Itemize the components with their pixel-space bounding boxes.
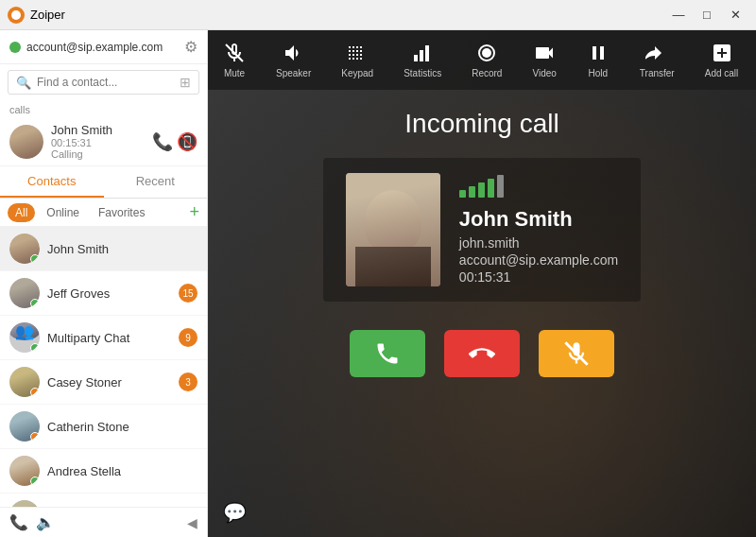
- filter-favorites[interactable]: Favorites: [91, 203, 152, 222]
- tool-mute-label: Mute: [224, 68, 245, 78]
- add-filter-icon[interactable]: +: [189, 202, 199, 222]
- contact-item[interactable]: Marco Minneman: [0, 494, 207, 507]
- incoming-title: Incoming call: [404, 109, 558, 139]
- tool-keypad[interactable]: Keypad: [326, 38, 388, 82]
- tool-record[interactable]: Record: [456, 38, 517, 82]
- search-bar: 🔍 ⊞: [8, 70, 199, 95]
- tool-video[interactable]: Video: [517, 38, 571, 82]
- main-layout: account@sip.example.com ⚙ 🔍 ⊞ calls John…: [0, 30, 756, 537]
- signal-bar-4: [488, 179, 494, 198]
- avatar: [9, 500, 40, 507]
- grid-icon[interactable]: ⊞: [180, 75, 191, 90]
- app-title: Zoiper: [30, 8, 65, 22]
- chat-icon[interactable]: 💬: [223, 501, 247, 524]
- call-content: Incoming call John Smith john.smith a: [208, 90, 756, 537]
- video-icon: [533, 42, 556, 64]
- speaker-icon: [283, 42, 305, 64]
- statistics-icon: [411, 42, 434, 64]
- caller-time: 00:15:31: [459, 269, 618, 285]
- mute-icon: [223, 42, 246, 64]
- contact-tab-bar: Contacts Recent: [0, 166, 207, 199]
- close-button[interactable]: ✕: [722, 5, 748, 26]
- tool-statistics[interactable]: Statistics: [388, 38, 456, 82]
- contact-item[interactable]: Casey Stoner 3: [0, 360, 207, 405]
- caller-account: account@sip.example.com: [459, 252, 618, 268]
- contact-item[interactable]: John Smith: [0, 227, 207, 271]
- keypad-icon: [346, 42, 369, 64]
- avatar: [9, 411, 40, 442]
- unread-badge: 3: [179, 372, 198, 391]
- signal-bar-5: [497, 175, 504, 198]
- tool-video-label: Video: [532, 68, 556, 78]
- contact-item[interactable]: Catherin Stone: [0, 405, 207, 449]
- decline-call-button[interactable]: 📵: [177, 131, 198, 152]
- tab-contacts[interactable]: Contacts: [0, 166, 104, 198]
- contact-list: John Smith Jeff Groves 15 👥 Multiparty C…: [0, 227, 207, 507]
- svg-point-0: [11, 10, 21, 20]
- avatar: [9, 278, 40, 308]
- status-indicator: [30, 299, 40, 308]
- decline-button[interactable]: [444, 330, 520, 377]
- avatar: 👥: [9, 322, 40, 353]
- caller-name: John Smith: [459, 207, 618, 232]
- contact-item[interactable]: Jeff Groves 15: [0, 271, 207, 316]
- avatar: [9, 367, 40, 397]
- tool-mute[interactable]: Mute: [208, 38, 261, 82]
- answer-call-button[interactable]: 📞: [152, 131, 173, 152]
- active-call-item[interactable]: John Smith 00:15:31 Calling 📞 📵: [0, 117, 207, 166]
- contact-item[interactable]: 👥 Multiparty Chat 9: [0, 316, 207, 360]
- search-icon: 🔍: [16, 76, 31, 90]
- settings-icon[interactable]: ⚙: [184, 38, 198, 56]
- call-info: John Smith 00:15:31 Calling: [51, 123, 152, 160]
- tab-recent[interactable]: Recent: [104, 166, 208, 198]
- account-info: account@sip.example.com: [9, 41, 163, 54]
- app-logo: [8, 7, 25, 24]
- account-name: account@sip.example.com: [26, 41, 163, 54]
- caller-face: [346, 173, 440, 286]
- titlebar-left: Zoiper: [8, 7, 65, 24]
- status-indicator: [30, 343, 40, 353]
- signal-bar-2: [469, 186, 475, 198]
- contact-name: Jeff Groves: [47, 286, 179, 301]
- status-indicator: [30, 254, 40, 264]
- tool-speaker[interactable]: Speaker: [261, 38, 326, 82]
- contact-name: Multiparty Chat: [47, 331, 179, 345]
- tool-hold-label: Hold: [589, 68, 609, 78]
- contact-name: Catherin Stone: [47, 420, 198, 434]
- search-input[interactable]: [37, 76, 174, 89]
- signal-bar-3: [478, 182, 485, 198]
- minimize-button[interactable]: —: [665, 5, 692, 26]
- window-controls: — □ ✕: [665, 5, 748, 26]
- tool-add-call-label: Add call: [705, 68, 739, 78]
- call-name: John Smith: [51, 123, 152, 137]
- tool-hold[interactable]: Hold: [572, 38, 625, 82]
- calls-label: calls: [0, 100, 207, 117]
- action-buttons: [350, 330, 614, 377]
- svg-rect-3: [420, 50, 423, 61]
- tool-keypad-label: Keypad: [341, 68, 373, 78]
- caller-photo: [346, 173, 440, 286]
- titlebar: Zoiper — □ ✕: [0, 0, 756, 30]
- transfer-icon: [645, 42, 668, 64]
- call-status: Calling: [51, 148, 152, 160]
- tool-transfer[interactable]: Transfer: [625, 38, 690, 82]
- answer-button[interactable]: [350, 330, 425, 377]
- caller-card: John Smith john.smith account@sip.exampl…: [323, 158, 641, 302]
- status-indicator: [30, 432, 40, 442]
- maximize-button[interactable]: □: [694, 5, 720, 26]
- mute-button[interactable]: [539, 330, 614, 377]
- phone-icon[interactable]: 📞: [9, 513, 28, 531]
- collapse-icon[interactable]: ◀: [187, 515, 198, 530]
- phone-answer-icon: [374, 340, 401, 367]
- filter-tab-bar: All Online Favorites +: [0, 199, 207, 227]
- filter-online[interactable]: Online: [39, 203, 87, 222]
- volume-icon[interactable]: 🔈: [36, 513, 55, 531]
- call-action-buttons: 📞 📵: [152, 131, 198, 152]
- contact-item[interactable]: Andrea Stella: [0, 449, 207, 494]
- filter-all[interactable]: All: [8, 203, 35, 222]
- signal-bar-1: [459, 190, 466, 198]
- contact-name: John Smith: [47, 242, 198, 256]
- tool-speaker-label: Speaker: [276, 68, 311, 78]
- tool-add-call[interactable]: Add call: [690, 38, 754, 82]
- tool-record-label: Record: [472, 68, 502, 78]
